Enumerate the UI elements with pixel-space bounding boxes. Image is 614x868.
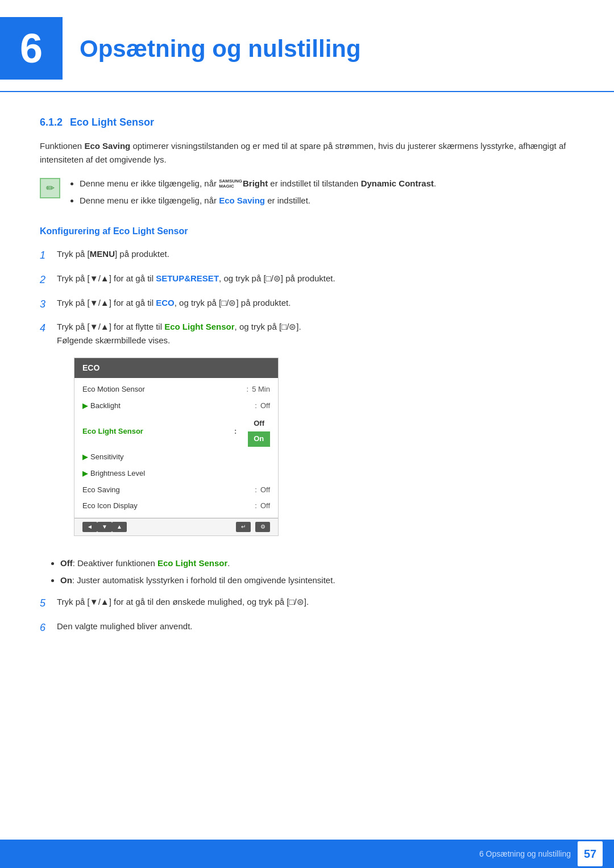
config-heading: Konfigurering af Eco Light Sensor [40, 225, 574, 238]
off-eco-light-bold: Eco Light Sensor [157, 558, 227, 568]
note-icon: ✏ [40, 178, 60, 198]
note-item-1: Denne menu er ikke tilgængelig, når SAMS… [80, 177, 436, 190]
dynamic-contrast-bold: Dynamic Contrast [361, 178, 434, 188]
dropdown-on: On [248, 431, 270, 447]
page-footer: 6 Opsætning og nulstilling 57 [0, 840, 614, 868]
btn-up: ▲ [112, 522, 127, 532]
chapter-header: 6 Opsætning og nulstilling [0, 0, 614, 92]
intro-paragraph: Funktionen Eco Saving optimerer visnings… [40, 139, 574, 167]
step-1: 1 Tryk på [MENU] på produktet. [40, 247, 574, 264]
step-6-text: Den valgte mulighed bliver anvendt. [57, 620, 574, 633]
on-label: On [60, 575, 72, 585]
btn-menu: ⚙ [255, 522, 270, 532]
option-descriptions: Off: Deaktiver funktionen Eco Light Sens… [40, 556, 574, 587]
eco-menu-title: ECO [74, 358, 278, 377]
step-3: 3 Tryk på [▼/▲] for at gå til ECO, og tr… [40, 296, 574, 313]
btn-down: ▼ [97, 522, 112, 532]
section-number: 6.1.2 [40, 117, 63, 128]
step-2: 2 Tryk på [▼/▲] for at gå til SETUP&RESE… [40, 272, 574, 288]
eco-saving-bold: Eco Saving [84, 141, 130, 151]
eco-row-eco-saving: Eco Saving : Off [74, 482, 278, 499]
eco-bold: ECO [156, 298, 175, 308]
eco-light-sensor-bold: Eco Light Sensor [164, 322, 234, 331]
btn-enter: ↵ [236, 522, 251, 532]
bright-bold: Bright [243, 178, 268, 188]
eco-row-icon-display: Eco Icon Display : Off [74, 498, 278, 514]
chapter-number: 6 [0, 17, 63, 80]
dropdown-off: Off [248, 416, 270, 431]
eco-row-light-sensor: Eco Light Sensor : Off On [74, 414, 278, 449]
steps-list-2: 5 Tryk på [▼/▲] for at gå til den ønsked… [40, 595, 574, 636]
footer-text: 6 Opsætning og nulstilling [479, 848, 571, 860]
step-4: 4 Tryk på [▼/▲] for at flytte til Eco Li… [40, 320, 574, 546]
option-on-desc: On: Juster automatisk lysstyrken i forho… [60, 574, 574, 587]
main-content: 6.1.2 Eco Light Sensor Funktionen Eco Sa… [0, 115, 614, 703]
section-title: Eco Light Sensor [70, 117, 154, 128]
setup-reset-bold: SETUP&RESET [156, 273, 219, 283]
eco-menu-body: Eco Motion Sensor : 5 Min ▶ Backlight : … [74, 378, 278, 518]
eco-row-sensitivity: ▶ Sensitivity [74, 449, 278, 466]
option-off-desc: Off: Deaktiver funktionen Eco Light Sens… [60, 556, 574, 570]
steps-list: 1 Tryk på [MENU] på produktet. 2 Tryk på… [40, 247, 574, 546]
eco-row-backlight: ▶ Backlight : Off [74, 398, 278, 414]
note-box: ✏ Denne menu er ikke tilgængelig, når SA… [40, 177, 574, 211]
btn-left: ◄ [82, 522, 97, 532]
eco-menu: ECO Eco Motion Sensor : 5 Min ▶ Backligh… [74, 358, 279, 536]
screenshot-container: ECO Eco Motion Sensor : 5 Min ▶ Backligh… [74, 358, 574, 536]
note-item-2: Denne menu er ikke tilgængelig, når Eco … [80, 194, 436, 207]
off-label: Off [60, 558, 73, 568]
chapter-title: Opsætning og nulstilling [80, 31, 361, 67]
note-list: Denne menu er ikke tilgængelig, når SAMS… [68, 177, 436, 211]
footer-page-number: 57 [578, 841, 603, 866]
eco-row-brightness-level: ▶ Brightness Level [74, 466, 278, 482]
samsung-magic-label: SAMSUNGMAGIC [219, 179, 242, 189]
eco-row-motion-sensor: Eco Motion Sensor : 5 Min [74, 381, 278, 398]
menu-key: MENU [90, 249, 115, 259]
step-6: 6 Den valgte mulighed bliver anvendt. [40, 620, 574, 636]
eco-saving-note-bold: Eco Saving [219, 196, 265, 205]
eco-menu-bottom-bar: ◄ ▼ ▲ ↵ ⚙ [74, 518, 278, 535]
section-heading: 6.1.2 Eco Light Sensor [40, 115, 574, 130]
eco-dropdown: Off On [248, 416, 270, 447]
step-5: 5 Tryk på [▼/▲] for at gå til den ønsked… [40, 595, 574, 612]
